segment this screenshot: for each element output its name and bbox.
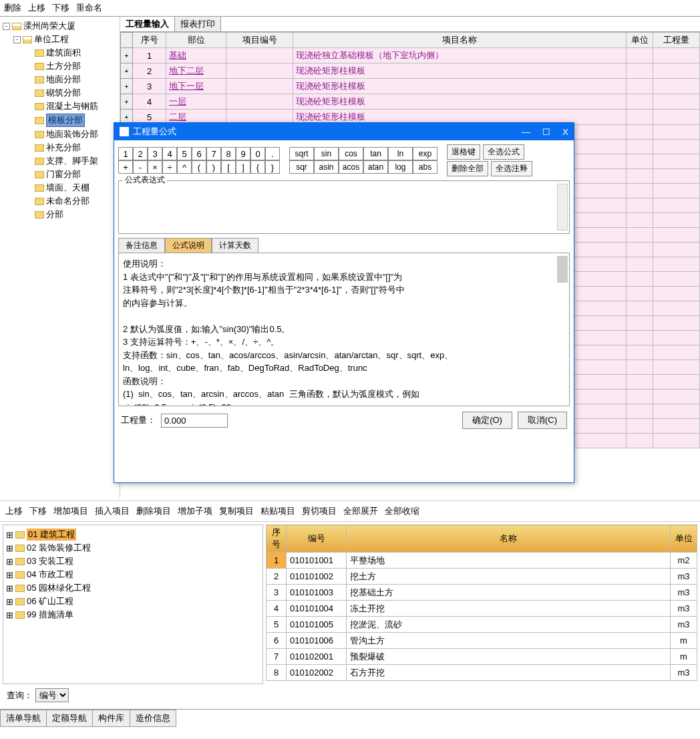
category-item[interactable]: 02 装饰装修工程 [27,542,91,554]
opkey[interactable]: { [250,160,265,174]
numkey[interactable]: 5 [177,147,192,160]
tree-item[interactable]: 建筑面积 [46,47,81,59]
cell-qty[interactable] [653,110,700,125]
ig-unit[interactable]: m3 [671,617,697,633]
opkey[interactable]: ] [236,160,250,174]
cell-seq[interactable]: 2 [133,63,166,79]
ok-button[interactable]: 确定(O) [462,412,512,429]
ig-name[interactable]: 石方开挖 [347,665,671,681]
fnkey[interactable]: sqr [289,160,314,174]
cell-part[interactable]: 地下二层 [166,63,226,79]
col-name[interactable]: 项目名称 [293,33,627,48]
row-expand-button[interactable]: + [121,79,133,94]
cell-name[interactable]: 现浇砼独立基础模板（地下室坑内侧） [293,48,627,63]
fnkey[interactable]: atan [363,160,388,174]
numkey[interactable]: . [265,147,280,160]
ig-code[interactable]: 010102002 [287,665,347,681]
cell-unit[interactable] [627,48,653,63]
ig-col-unit[interactable]: 单位 [671,525,697,553]
cell-qty[interactable] [653,48,700,63]
tab-calc-days[interactable]: 计算天数 [212,238,258,253]
cell-code[interactable] [226,79,293,94]
numkey[interactable]: 8 [221,147,236,160]
delete-all-button[interactable]: 删除全部 [447,161,488,176]
fnkey[interactable]: sin [314,147,339,160]
toolbar-item[interactable]: 全部收缩 [385,505,419,517]
opkey[interactable]: [ [221,160,236,174]
tree-item[interactable]: 补充分部 [46,142,81,154]
cell-qty[interactable] [653,94,700,110]
toolbar-item[interactable]: 插入项目 [95,505,130,517]
cell-unit[interactable] [627,110,653,125]
ig-code[interactable]: 010101001 [287,553,347,569]
bottom-tab[interactable]: 定额导航 [46,710,93,727]
numkey[interactable]: 6 [192,147,206,160]
ig-name[interactable]: 挖基础土方 [347,585,671,601]
ig-code[interactable]: 010101006 [287,633,347,649]
tree-item[interactable]: 混凝土与钢筋 [46,100,98,112]
bottom-tab[interactable]: 造价信息 [130,710,176,727]
tree-root[interactable]: 溧州尚荣大厦 [23,20,75,32]
fnkey[interactable]: ln [388,147,413,160]
opkey[interactable]: ÷ [162,160,177,174]
opkey[interactable]: + [118,160,133,174]
numkey[interactable]: 0 [250,147,265,160]
cell-unit[interactable] [627,63,653,79]
category-item[interactable]: 03 安装工程 [27,555,73,567]
row-expand-button[interactable]: + [121,63,133,79]
tree-item[interactable]: 地面装饰分部 [46,128,98,140]
ig-seq[interactable]: 5 [267,617,287,633]
cell-code[interactable] [226,94,293,110]
cell-unit[interactable] [627,79,653,94]
fnkey[interactable]: exp [413,147,437,160]
toolbar-item[interactable]: 增加项目 [53,505,88,517]
fnkey[interactable]: acos [339,160,363,174]
tab-report[interactable]: 报表打印 [175,17,221,31]
col-part[interactable]: 部位 [166,33,226,48]
qty-input[interactable] [161,414,228,428]
formula-textarea[interactable]: 公式表达式 [118,180,570,234]
row-expand-button[interactable]: + [121,94,133,110]
tree-item[interactable]: 土方分部 [46,60,81,72]
tab-remark[interactable]: 备注信息 [118,238,165,253]
category-item[interactable]: 04 市政工程 [27,569,73,581]
fnkey[interactable]: asin [314,160,339,174]
cell-seq[interactable]: 3 [133,79,166,94]
col-code[interactable]: 项目编号 [226,33,293,48]
cancel-button[interactable]: 取消(C) [518,412,567,429]
ig-unit[interactable]: m2 [671,553,697,569]
ig-code[interactable]: 010101003 [287,585,347,601]
select-formula-button[interactable]: 全选公式 [483,144,524,160]
scrollbar[interactable] [557,256,568,283]
ig-code[interactable]: 010101002 [287,569,347,585]
toolbar-item[interactable]: 剪切项目 [302,505,337,517]
ig-name[interactable]: 平整场地 [347,553,671,569]
fnkey[interactable]: tan [363,147,388,160]
tb-down[interactable]: 下移 [52,2,69,14]
ig-code[interactable]: 010101005 [287,617,347,633]
search-field-select[interactable]: 编号 [35,688,69,702]
ig-unit[interactable]: m3 [671,665,697,681]
ig-unit[interactable]: m3 [671,569,697,585]
category-item[interactable]: 05 园林绿化工程 [27,582,91,594]
tree-toggle-icon[interactable]: ⊞ [6,610,13,620]
ig-seq[interactable]: 7 [267,649,287,665]
ig-seq[interactable]: 2 [267,569,287,585]
fnkey[interactable]: abs [413,160,437,174]
tree-sub[interactable]: 单位工程 [34,33,69,45]
backspace-button[interactable]: 退格键 [447,144,480,160]
tree-item[interactable]: 支撑、脚手架 [46,155,98,167]
toolbar-item[interactable]: 删除项目 [136,505,171,517]
cell-part[interactable]: 基础 [166,48,226,63]
close-button[interactable]: X [562,127,568,137]
cell-name[interactable]: 现浇砼矩形柱模板 [293,94,627,110]
ig-seq[interactable]: 4 [267,601,287,617]
select-comment-button[interactable]: 全选注释 [491,161,532,176]
tree-toggle-icon[interactable]: - [13,36,21,43]
opkey[interactable]: } [265,160,280,174]
opkey[interactable]: ^ [177,160,192,174]
opkey[interactable]: ) [206,160,221,174]
numkey[interactable]: 4 [162,147,177,160]
ig-name[interactable]: 挖土方 [347,569,671,585]
ig-seq[interactable]: 6 [267,633,287,649]
